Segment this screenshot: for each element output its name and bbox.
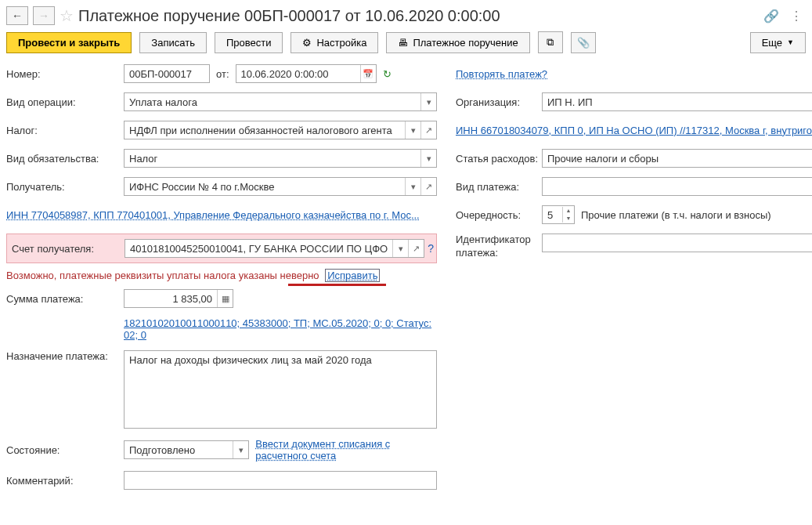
highlight-underline — [288, 284, 386, 286]
state-label: Состояние: — [6, 444, 124, 456]
priority-label: Очередность: — [456, 209, 542, 221]
recipient-label: Получатель: — [6, 181, 124, 193]
spin-down-icon[interactable]: ▼ — [563, 215, 574, 223]
comment-label: Комментарий: — [6, 475, 124, 487]
priority-spinner[interactable]: 5 ▲ ▼ — [542, 205, 575, 224]
optype-select[interactable]: Уплата налога ▾ — [124, 92, 437, 111]
more-label: Еще — [762, 37, 782, 49]
settings-button[interactable]: ⚙ Настройка — [291, 32, 378, 53]
print-button[interactable]: 🖶 Платежное поручение — [386, 32, 529, 53]
obligation-select[interactable]: Налог ▾ — [124, 149, 437, 168]
date-input[interactable]: 10.06.2020 0:00:00 📅 — [236, 64, 377, 83]
post-button[interactable]: Провести — [215, 32, 283, 53]
gear-icon: ⚙ — [302, 37, 312, 49]
org-label: Организация: — [456, 96, 542, 108]
paytype-select[interactable] — [542, 177, 812, 196]
ident-label: Идентификатор платежа: — [456, 234, 542, 260]
calendar-icon[interactable]: 📅 — [360, 65, 376, 82]
chevron-down-icon[interactable]: ▾ — [233, 441, 248, 458]
account-label: Счет получателя: — [12, 243, 125, 255]
open-ref-icon[interactable]: ↗ — [420, 121, 436, 139]
state-select[interactable]: Подготовлено ▾ — [124, 440, 249, 459]
comment-input[interactable] — [124, 471, 437, 490]
org-details-link[interactable]: ИНН 667018034079, КПП 0, ИП На ОСНО (ИП)… — [456, 125, 812, 136]
purpose-textarea[interactable]: Налог на доходы физических лиц за май 20… — [124, 350, 437, 429]
refresh-icon[interactable]: ↻ — [383, 68, 392, 80]
chevron-down-icon[interactable]: ▾ — [405, 121, 420, 139]
warning-text: Возможно, платежные реквизиты уплаты нал… — [6, 270, 319, 281]
printer-icon: 🖶 — [398, 37, 408, 49]
chevron-down-icon[interactable]: ▾ — [392, 240, 408, 257]
priority-description: Прочие платежи (в т.ч. налоги и взносы) — [581, 209, 771, 221]
nav-forward-button[interactable]: → — [33, 6, 55, 25]
save-button[interactable]: Записать — [139, 32, 207, 53]
print-label: Платежное поручение — [413, 37, 518, 49]
paperclip-icon: 📎 — [577, 37, 590, 49]
kbk-link[interactable]: 18210102010011000110; 45383000; ТП; МС.0… — [124, 317, 437, 341]
tax-label: Налог: — [6, 125, 124, 136]
number-input[interactable]: 00БП-000017 — [124, 64, 210, 83]
settings-label: Настройка — [316, 37, 366, 49]
ident-input[interactable] — [542, 234, 812, 252]
more-button[interactable]: Еще ▼ — [750, 32, 806, 53]
spin-up-icon[interactable]: ▲ — [563, 207, 574, 215]
create-writeoff-link[interactable]: Ввести документ списания с расчетного сч… — [255, 438, 437, 462]
fix-link[interactable]: Исправить — [325, 269, 380, 282]
paytype-label: Вид платежа: — [456, 181, 542, 193]
chevron-down-icon: ▼ — [787, 38, 794, 46]
open-ref-icon[interactable]: ↗ — [408, 240, 424, 257]
purpose-label: Назначение платежа: — [6, 350, 124, 362]
attach-button[interactable]: 📎 — [571, 32, 596, 53]
open-ref-icon[interactable]: ↗ — [420, 178, 436, 195]
chevron-down-icon[interactable]: ▾ — [405, 178, 420, 195]
account-select[interactable]: 40101810045250010041, ГУ БАНКА РОССИИ ПО… — [125, 239, 424, 258]
chevron-down-icon[interactable]: ▾ — [420, 150, 436, 167]
recipient-details-link[interactable]: ИНН 7704058987, КПП 770401001, Управлени… — [6, 209, 420, 221]
amount-input[interactable]: 1 835,00 ▦ — [124, 289, 233, 308]
number-label: Номер: — [6, 68, 124, 80]
link-icon[interactable]: 🔗 — [760, 9, 782, 24]
page-title: Платежное поручение 00БП-000017 от 10.06… — [78, 7, 756, 25]
expense-select[interactable]: Прочие налоги и сборы — [542, 149, 812, 168]
repeat-payment-link[interactable]: Повторять платеж? — [456, 68, 547, 80]
recipient-select[interactable]: ИФНС России № 4 по г.Москве ▾ ↗ — [124, 177, 437, 196]
favorite-star-icon[interactable]: ☆ — [60, 6, 74, 25]
expense-label: Статья расходов: — [456, 153, 542, 165]
kebab-menu-icon[interactable]: ⋮ — [787, 9, 806, 24]
amount-label: Сумма платежа: — [6, 293, 124, 305]
post-and-close-button[interactable]: Провести и закрыть — [6, 32, 132, 53]
obligation-label: Вид обязательства: — [6, 153, 124, 165]
structure-button[interactable]: ⧉ — [538, 31, 563, 53]
chevron-down-icon[interactable]: ▾ — [420, 93, 436, 110]
calculator-icon[interactable]: ▦ — [217, 290, 233, 307]
nav-back-button[interactable]: ← — [6, 6, 28, 25]
from-label: от: — [216, 68, 229, 80]
structure-icon: ⧉ — [547, 36, 554, 49]
optype-label: Вид операции: — [6, 96, 124, 108]
org-select[interactable]: ИП Н. ИП — [542, 92, 812, 111]
help-icon[interactable]: ? — [428, 242, 434, 255]
tax-select[interactable]: НДФЛ при исполнении обязанностей налогов… — [124, 121, 437, 139]
